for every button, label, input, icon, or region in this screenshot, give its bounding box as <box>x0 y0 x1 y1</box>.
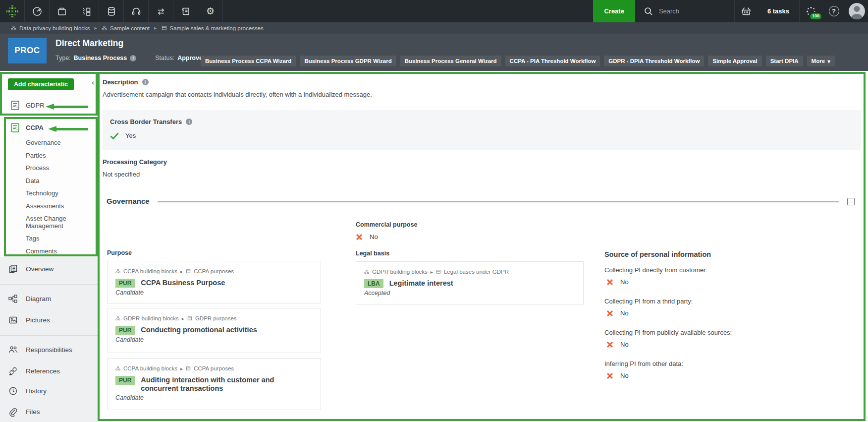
data-sources-button[interactable] <box>99 0 124 22</box>
tasks-button[interactable]: 6 tasks <box>758 7 799 15</box>
sidebar-item-files[interactable]: Files <box>0 405 98 418</box>
breadcrumb-separator-icon: ▸ <box>95 25 98 31</box>
cross-icon <box>606 279 613 286</box>
sidebar-item-assessments[interactable]: Assessments <box>26 203 85 210</box>
sidebar-item-technology[interactable]: Technology <box>26 190 85 197</box>
ccpa-pia-workflow-button[interactable]: CCPA - PIA Threshold Workflow <box>505 56 600 66</box>
breadcrumb-separator-icon: ▸ <box>431 269 433 275</box>
collapse-section-icon[interactable]: – <box>847 198 855 205</box>
create-button[interactable]: Create <box>593 0 635 22</box>
basket-button[interactable] <box>735 0 758 22</box>
source-pi-item-value: No <box>620 278 629 286</box>
asset-link[interactable]: CCPA Business Purpose <box>141 279 225 287</box>
simple-approval-button[interactable]: Simple Approval <box>708 56 761 66</box>
gdpr-dpia-workflow-button[interactable]: GDPR - DPIA Threshold Workflow <box>604 56 704 66</box>
cross-border-label: Cross Border Transfers <box>110 118 182 125</box>
annotation-arrow-gdpr <box>46 104 88 110</box>
commercial-purpose-field: Commercial purpose No <box>356 221 417 241</box>
start-dpia-button[interactable]: Start DPIA <box>766 56 803 66</box>
sidebar-item-pictures[interactable]: Pictures <box>0 313 98 326</box>
sidebar: Add characteristic ‹ GDPR CCPA <box>0 71 98 422</box>
info-icon[interactable]: i <box>142 79 149 85</box>
domain-icon <box>186 269 191 274</box>
cross-icon <box>606 310 613 317</box>
sidebar-item-ccpa[interactable]: CCPA <box>11 123 44 132</box>
workflows-button[interactable] <box>149 0 173 22</box>
policies-button[interactable] <box>173 0 198 22</box>
breadcrumb-item-community[interactable]: Sample content <box>102 25 150 31</box>
sidebar-item-gdpr[interactable]: GDPR <box>11 101 45 110</box>
info-icon[interactable]: i <box>130 55 136 61</box>
notification-count-badge: 100 <box>810 13 821 19</box>
asset-link[interactable]: Auditing interaction with customer and c… <box>141 376 313 393</box>
sidebar-item-responsibilities[interactable]: Responsibilities <box>0 343 98 356</box>
sidebar-item-process[interactable]: Process <box>26 165 85 172</box>
source-pi-item-value: No <box>620 372 629 379</box>
asset-link[interactable]: Conducting promotional activities <box>141 326 257 334</box>
source-pi-item-label: Collecting PI from publicly available so… <box>604 329 822 336</box>
asset-header: PROC Direct Marketing Type: Business Pro… <box>0 34 868 71</box>
purpose-card[interactable]: CCPA building blocks ▸ CCPA purposes PUR… <box>107 358 321 410</box>
check-icon <box>110 132 119 139</box>
headset-icon <box>131 6 142 17</box>
community-icon <box>11 25 16 31</box>
info-icon[interactable]: i <box>186 119 192 125</box>
gdpr-wizard-button[interactable]: Business Process GDPR Wizard <box>300 56 396 66</box>
ccpa-wizard-button[interactable]: Business Process CCPA Wizard <box>201 56 296 66</box>
asset-type-pill: PUR <box>115 326 135 335</box>
gauge-icon <box>32 6 43 17</box>
breadcrumb-item-domain[interactable]: Sample sales & marketing processes <box>162 25 264 31</box>
database-icon <box>106 6 117 17</box>
work-area: Add characteristic ‹ GDPR CCPA <box>0 71 868 422</box>
sidebar-item-overview[interactable]: Overview <box>0 262 98 275</box>
overview-icon <box>0 265 26 273</box>
breadcrumb-separator-icon: ▸ <box>180 366 183 371</box>
characteristic-doc-icon-active <box>11 123 19 132</box>
scroll-icon <box>180 6 191 17</box>
legal-basis-card[interactable]: GDPR building blocks ▸ Legal bases under… <box>356 261 584 304</box>
community-icon <box>364 269 369 274</box>
search-input[interactable]: Search <box>635 7 734 16</box>
sidebar-item-diagram[interactable]: Diagram <box>0 292 98 305</box>
dashboard-button[interactable] <box>25 0 50 22</box>
sidebar-item-tags[interactable]: Tags <box>26 235 85 242</box>
sidebar-item-references[interactable]: References <box>0 364 98 377</box>
sidebar-item-parties[interactable]: Parties <box>26 152 85 160</box>
sidebar-item-data[interactable]: Data <box>26 178 85 185</box>
description-label: Description <box>103 78 138 86</box>
sidebar-item-history[interactable]: History <box>0 384 98 397</box>
general-wizard-button[interactable]: Business Process General Wizard <box>400 56 501 66</box>
help-button[interactable]: ? <box>822 0 845 22</box>
processing-category-field: Processing Category Not specified <box>103 158 167 178</box>
data-lineage-button[interactable] <box>74 0 99 22</box>
purpose-label: Purpose <box>107 249 321 256</box>
breadcrumb-separator-icon: ▸ <box>182 316 184 321</box>
asset-meta: Type: Business Process i Status: Approve… <box>55 55 207 61</box>
helpdesk-button[interactable] <box>124 0 149 22</box>
commercial-purpose-value: No <box>370 233 378 241</box>
source-pi-item-label: Collecting PI from a thrid party: <box>604 298 822 305</box>
source-pi-item-value: No <box>620 309 629 317</box>
cross-icon <box>356 234 363 241</box>
folder-icon <box>56 6 67 17</box>
purpose-card[interactable]: CCPA building blocks ▸ CCPA purposes PUR… <box>107 261 321 304</box>
add-characteristic-button[interactable]: Add characteristic <box>8 78 74 90</box>
sidebar-item-governance[interactable]: Governance <box>26 139 85 147</box>
sidebar-item-asset-change-management[interactable]: Asset Change Management <box>26 215 85 230</box>
asset-link[interactable]: Legitimate interest <box>389 279 453 288</box>
processing-category-label: Processing Category <box>103 158 167 166</box>
settings-button[interactable]: ⚙ <box>198 0 223 22</box>
collapse-chevron-icon[interactable]: ‹ <box>92 78 95 87</box>
community-icon <box>115 316 120 321</box>
domain-icon <box>186 366 191 371</box>
user-menu-button[interactable] <box>845 0 868 22</box>
catalog-button[interactable] <box>50 0 74 22</box>
more-button[interactable]: More▼ <box>807 56 835 66</box>
breadcrumb-item-community[interactable]: Data privacy building blocks <box>11 25 90 31</box>
purpose-card[interactable]: GDPR building blocks ▸ GDPR purposes PUR… <box>107 308 321 353</box>
sidebar-item-comments[interactable]: Comments <box>26 248 85 255</box>
type-label: Type: <box>55 55 71 61</box>
description-text: Advertisement campaign that contacts ind… <box>103 91 372 98</box>
app-logo[interactable] <box>0 0 25 22</box>
notifications-button[interactable]: 100 <box>800 0 822 22</box>
